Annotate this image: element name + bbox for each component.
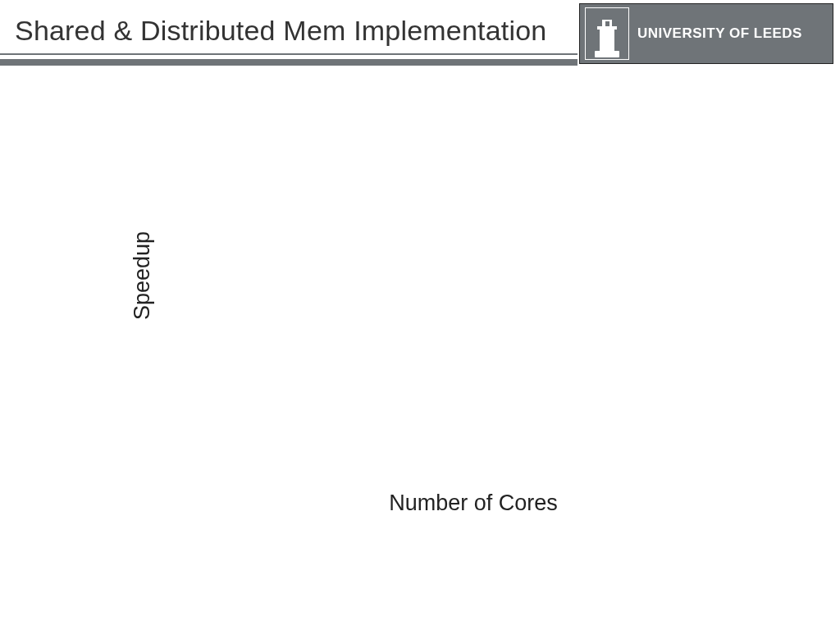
header-rule-thin [0, 53, 578, 55]
x-axis-label: Number of Cores [0, 491, 840, 516]
slide-title: Shared & Distributed Mem Implementation [15, 15, 546, 47]
y-axis-label: Speedup [130, 231, 155, 320]
logo-text-line: UNIVERSITY OF LEEDS [637, 26, 826, 41]
logo-tower-icon [585, 7, 629, 60]
logo-text: UNIVERSITY OF LEEDS [637, 4, 826, 63]
slide-header: Shared & Distributed Mem Implementation … [0, 0, 840, 67]
university-logo: UNIVERSITY OF LEEDS [579, 3, 833, 64]
x-axis-label-text: Number of Cores [282, 491, 558, 516]
header-rule-thick [0, 59, 578, 66]
